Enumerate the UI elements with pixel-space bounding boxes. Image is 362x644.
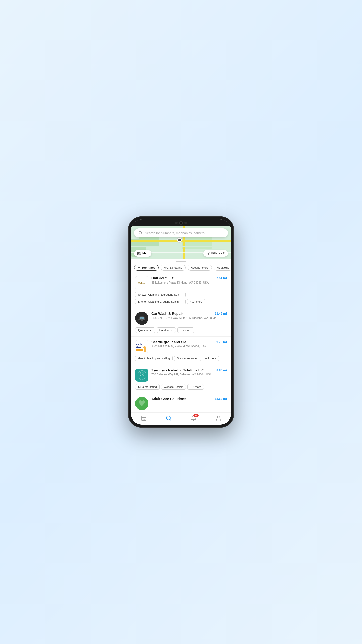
service-tags-symphysis: SEO marketing Website Design + 3 more [135,384,227,390]
nav-profile[interactable] [215,415,221,421]
map-label: Map [142,252,148,255]
listing-header-unigrout: UniGrout. UniGrout LLC 7.51 mi 46 Lakesh… [135,276,227,289]
nav-calendar[interactable]: 23 [141,415,147,421]
camera-area [131,219,231,226]
adult-care-logo-svg [135,397,148,410]
phone-screen: 522 Search for plumbers, mechanics, barb… [131,219,231,425]
listing-info-carwash: Car Wash & Repair 11.46 mi 11335 NE 122n… [151,312,227,320]
listing-carwash[interactable]: Car Wash & Repair 11.46 mi 11335 NE 122n… [131,308,231,337]
map-button[interactable]: Map [134,250,151,257]
bottom-nav: 23 13 [131,412,231,425]
listing-name-seattle-grout: Seattle grout and tile [151,340,186,344]
scroll-handle [131,259,231,263]
search-nav-icon [166,415,172,421]
chip-ac-heating-label: A/C & Heating [164,266,182,269]
notification-badge: 13 [193,414,198,417]
listing-address-carwash: 11335 NE 122nd Way Suite 105, Kirkland, … [151,316,227,320]
service-tag-symphysis-1: SEO marketing [135,384,160,390]
svg-point-31 [217,416,219,418]
listing-symphysis[interactable]: Symphysis Marketing Solutions LLC 8.85 m… [131,365,231,393]
listing-logo-adult-care [135,397,148,410]
search-icon [138,231,142,235]
listing-name-row-symphysis: Symphysis Marketing Solutions LLC 8.85 m… [151,369,227,372]
listings-container[interactable]: UniGrout. UniGrout LLC 7.51 mi 46 Lakesh… [131,273,231,412]
service-tag-seattle-grout-2: Shower reground [174,356,201,361]
service-tag-carwash-2: Hand wash [157,327,176,333]
service-tag-unigrout-1: Shower Cleaning Regrouting Sealing Water [135,292,186,297]
chevron-down-icon [138,266,141,269]
nav-search[interactable] [166,415,172,421]
chip-top-rated-label: Top Rated [142,266,155,269]
listing-name-row-carwash: Car Wash & Repair 11.46 mi [151,312,227,316]
seattle-grout-logo-svg: eattle Grou [135,340,148,353]
more-tag-symphysis[interactable]: + 3 more [187,384,204,390]
svg-text:eattle: eattle [136,343,143,346]
listing-name-adult-care: Adult Care Solutions [151,397,186,401]
svg-line-30 [170,419,171,420]
svg-marker-2 [138,252,141,255]
listing-logo-symphysis [135,369,148,382]
service-tag-seattle-grout-1: Grout cleaning and ceiling [135,356,173,361]
chip-ac-heating[interactable]: A/C & Heating [161,265,186,271]
chip-accupuncture[interactable]: Accupuncture [188,265,212,271]
service-tag-carwash-1: Quick wash [135,327,155,333]
listing-name-symphysis: Symphysis Marketing Solutions LLC [151,369,204,372]
listing-distance-symphysis: 8.85 mi [216,369,227,372]
listing-name-row-unigrout: UniGrout LLC 7.51 mi [151,276,227,280]
listing-header-seattle-grout: eattle Grou Seattle grout and tile [135,340,227,353]
svg-rect-10 [140,317,142,319]
map-area[interactable]: 522 Search for plumbers, mechanics, barb… [131,226,231,259]
nav-notifications[interactable]: 13 [191,415,197,421]
listing-address-symphysis: 700 Bellevue Way NE, Bellevue, WA 98004,… [151,373,227,376]
service-tag-symphysis-2: Website Design [161,384,186,390]
service-tag-unigrout-2: Kitchen Cleaning Grouting Sealing Waterp… [135,299,186,304]
symphysis-logo-svg [135,369,148,382]
car-image [136,312,148,324]
listing-info-unigrout: UniGrout LLC 7.51 mi 46 Lakeshore Plaza,… [151,276,227,285]
listing-name-unigrout: UniGrout LLC [151,276,174,280]
listing-distance-adult-care: 13.62 mi [215,397,227,401]
listing-logo-unigrout: UniGrout. [135,276,148,289]
listing-address-seattle-grout: 9401 NE 120th St, Kirkland, WA 98034, US… [151,345,227,348]
listing-name-row-seattle-grout: Seattle grout and tile 9.70 mi [151,340,227,344]
listing-address-unigrout: 46 Lakeshore Plaza, Kirkland, WA 98033, … [151,281,227,285]
listing-name-carwash: Car Wash & Repair [151,312,183,316]
more-tag-unigrout[interactable]: + 14 more [187,299,205,304]
svg-text:Grou: Grou [136,346,142,349]
listing-unigrout[interactable]: UniGrout. UniGrout LLC 7.51 mi 46 Lakesh… [131,273,231,308]
listing-name-row-adult-care: Adult Care Solutions 13.62 mi [151,397,227,401]
listing-logo-seattle-grout: eattle Grou [135,340,148,353]
search-placeholder: Search for plumbers, mechanics, barbers.… [145,231,207,235]
search-bar[interactable]: Search for plumbers, mechanics, barbers.… [134,228,228,237]
svg-point-8 [139,320,141,321]
service-tags-unigrout: Shower Cleaning Regrouting Sealing Water… [135,292,227,304]
camera-main [179,221,183,225]
chip-top-rated[interactable]: Top Rated [134,265,159,271]
listing-adult-care[interactable]: Adult Care Solutions 13.62 mi [131,393,231,412]
listing-distance-seattle-grout: 9.70 mi [216,340,227,344]
listing-header-carwash: Car Wash & Repair 11.46 mi 11335 NE 122n… [135,312,227,325]
service-tags-seattle-grout: Grout cleaning and ceiling Shower regrou… [135,356,227,361]
chip-accupuncture-label: Accupuncture [191,266,208,269]
listing-header-symphysis: Symphysis Marketing Solutions LLC 8.85 m… [135,369,227,382]
camera-dot-2 [184,222,187,224]
listing-info-symphysis: Symphysis Marketing Solutions LLC 8.85 m… [151,369,227,376]
phone-device: 522 Search for plumbers, mechanics, barb… [128,216,234,428]
listing-seattle-grout[interactable]: eattle Grou Seattle grout and tile [131,337,231,365]
calendar-icon: 23 [141,415,147,421]
listing-info-seattle-grout: Seattle grout and tile 9.70 mi 9401 NE 1… [151,340,227,348]
filters-label: Filters - 2 [211,252,225,255]
svg-rect-11 [142,317,144,319]
unigrout-logo-text: UniGrout. [138,282,145,284]
category-row: Top Rated A/C & Heating Accupuncture Add… [131,263,231,273]
filter-icon [206,252,210,255]
more-tag-seattle-grout[interactable]: + 2 more [203,356,219,361]
map-icon [137,252,141,255]
more-tag-carwash[interactable]: + 2 more [177,327,194,333]
chip-additions-label: Additions [217,266,229,269]
svg-line-1 [141,234,142,234]
listing-distance-unigrout: 7.51 mi [216,276,227,280]
filters-button[interactable]: Filters - 2 [203,250,228,257]
chip-additions[interactable]: Additions [214,265,231,271]
svg-rect-15 [136,349,143,350]
